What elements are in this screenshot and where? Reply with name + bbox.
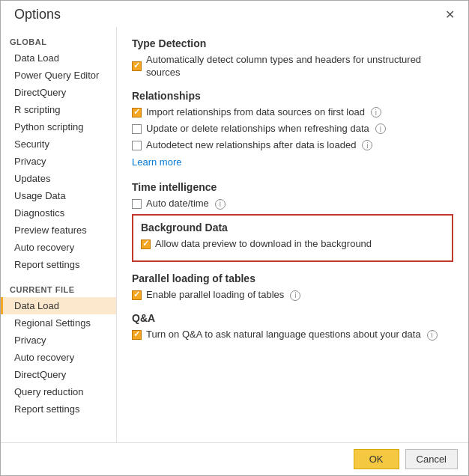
sidebar-item-diagnostics[interactable]: Diagnostics [1,204,116,222]
relationships-info1-icon[interactable]: i [371,107,381,118]
background-data-section: Background Data Allow data preview to do… [132,214,453,262]
qa-checkbox[interactable] [132,330,142,340]
sidebar-item-usage-data[interactable]: Usage Data [1,187,116,204]
dialog-body: GLOBAL Data Load Power Query Editor Dire… [1,27,468,442]
dialog-titlebar: Options ✕ [1,1,468,27]
type-detection-title: Type Detection [132,37,453,49]
time-intelligence-info-icon[interactable]: i [215,199,226,210]
qa-label: Turn on Q&A to ask natural language ques… [146,329,421,341]
time-intelligence-row: Auto date/time i [132,198,453,210]
relationships-row1: Import relationships from data sources o… [132,106,453,119]
time-intelligence-label: Auto date/time [146,198,209,210]
sidebar-item-report-settings[interactable]: Report settings [1,256,116,273]
sidebar-item-cf-directquery[interactable]: DirectQuery [1,366,116,383]
options-dialog: Options ✕ GLOBAL Data Load Power Query E… [0,0,469,476]
time-intelligence-checkbox[interactable] [132,199,142,209]
parallel-loading-info-icon[interactable]: i [290,290,300,301]
sidebar-item-preview-features[interactable]: Preview features [1,222,116,239]
sidebar: GLOBAL Data Load Power Query Editor Dire… [1,27,117,442]
sidebar-item-auto-recovery[interactable]: Auto recovery [1,239,116,256]
background-data-title: Background Data [141,222,444,234]
dialog-footer: OK Cancel [1,442,468,475]
parallel-loading-label: Enable parallel loading of tables [146,289,284,302]
sidebar-item-cf-privacy[interactable]: Privacy [1,332,116,349]
background-data-checkbox[interactable] [141,239,151,249]
sidebar-item-updates[interactable]: Updates [1,170,116,187]
dialog-title: Options [14,7,61,22]
sidebar-item-cf-auto-recovery[interactable]: Auto recovery [1,349,116,366]
sidebar-item-cf-query-reduction[interactable]: Query reduction [1,383,116,400]
sidebar-item-cf-regional-settings[interactable]: Regional Settings [1,314,116,332]
sidebar-item-python-scripting[interactable]: Python scripting [1,118,116,135]
main-content: Type Detection Automatically detect colu… [117,27,468,442]
qa-info-icon[interactable]: i [427,330,438,341]
relationships-row3: Autodetect new relationships after data … [132,139,453,152]
current-file-section-label: CURRENT FILE [1,279,116,297]
sidebar-item-privacy[interactable]: Privacy [1,153,116,170]
sidebar-item-cf-data-load[interactable]: Data Load [1,297,116,314]
background-data-row: Allow data preview to download in the ba… [141,238,444,251]
type-detection-label: Automatically detect column types and he… [146,54,453,79]
relationships-checkbox1[interactable] [132,108,142,118]
sidebar-item-cf-report-settings[interactable]: Report settings [1,400,116,418]
time-intelligence-title: Time intelligence [132,181,453,193]
sidebar-item-r-scripting[interactable]: R scripting [1,101,116,118]
relationships-label2: Update or delete relationships when refr… [146,123,369,135]
sidebar-item-directquery[interactable]: DirectQuery [1,84,116,101]
sidebar-item-data-load[interactable]: Data Load [1,49,116,67]
learn-more-link[interactable]: Learn more [132,156,181,168]
relationships-info2-icon[interactable]: i [375,123,386,134]
close-button[interactable]: ✕ [441,7,459,22]
parallel-loading-checkbox[interactable] [132,290,142,300]
qa-title: Q&A [132,312,453,324]
type-detection-checkbox[interactable] [132,61,142,71]
parallel-loading-title: Parallel loading of tables [132,272,453,284]
cancel-button[interactable]: Cancel [405,449,458,469]
parallel-loading-row: Enable parallel loading of tables i [132,289,453,302]
sidebar-item-power-query-editor[interactable]: Power Query Editor [1,67,116,84]
relationships-label1: Import relationships from data sources o… [146,106,365,119]
relationships-label3: Autodetect new relationships after data … [146,139,356,152]
relationships-checkbox3[interactable] [132,141,142,150]
qa-row: Turn on Q&A to ask natural language ques… [132,329,453,341]
sidebar-item-security[interactable]: Security [1,135,116,153]
background-data-label: Allow data preview to download in the ba… [155,238,372,251]
relationships-row2: Update or delete relationships when refr… [132,123,453,135]
ok-button[interactable]: OK [354,449,399,469]
global-section-label: GLOBAL [1,31,116,49]
type-detection-row: Automatically detect column types and he… [132,54,453,79]
relationships-checkbox2[interactable] [132,124,142,134]
relationships-title: Relationships [132,90,453,102]
relationships-info3-icon[interactable]: i [362,140,372,150]
